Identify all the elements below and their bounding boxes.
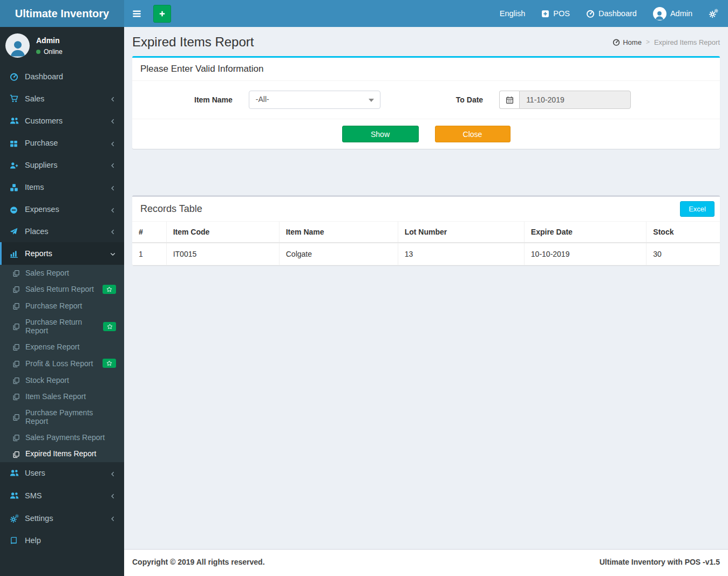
copy-icon [12, 392, 25, 401]
sidebar-user-panel: Admin Online [0, 27, 124, 65]
submenu-item-expense-report: Expense Report [0, 339, 124, 355]
sidebar-item-users: Users [0, 462, 124, 485]
records-box: Records Table Excel # Item Code Item Nam… [132, 195, 720, 265]
cell-item-name: Colgate [279, 243, 398, 265]
sidebar-toggle-button[interactable] [124, 0, 149, 27]
submenu-item-item-sales-report: Item Sales Report [0, 388, 124, 404]
sidebar-menu-bottom: Users SMS Settings Help [0, 462, 124, 552]
chevron-left-icon [110, 205, 116, 214]
users-icon [10, 491, 25, 500]
copy-icon [12, 449, 25, 458]
submenu-item-profit-loss-report: Profit & Loss Report [0, 355, 124, 372]
submenu-item-stock-report: Stock Report [0, 372, 124, 388]
cell-stock: 30 [647, 243, 720, 265]
breadcrumb: Home > Expired Items Report [613, 38, 720, 46]
main-footer: Copyright © 2019 All rights reserved. Ul… [124, 549, 728, 576]
sidebar-item-places: Places [0, 221, 124, 243]
sidebar-item-dashboard: Dashboard [0, 65, 124, 87]
dashboard-icon [586, 9, 595, 18]
sidebar-item-sms: SMS [0, 484, 124, 507]
language-label: English [500, 9, 526, 18]
users-icon [10, 469, 25, 478]
col-item-name[interactable]: Item Name [279, 222, 398, 243]
user-avatar [653, 7, 666, 20]
sidebar-user-name: Admin [36, 36, 63, 45]
users-icon [10, 116, 25, 126]
dashboard-label: Dashboard [598, 9, 637, 18]
dashboard-link[interactable]: Dashboard [578, 0, 645, 27]
submenu-item-expired-items-report: Expired Items Report [0, 445, 124, 462]
cart-icon [10, 94, 25, 103]
sidebar-menu: Dashboard Sales Customers Purchase Suppl… [0, 65, 124, 265]
pos-link[interactable]: POS [533, 0, 578, 27]
footer-copyright: Copyright © 2019 All rights reserved. [132, 558, 265, 568]
paper-plane-icon [10, 227, 25, 236]
col-index[interactable]: # [132, 222, 166, 243]
close-button[interactable]: Close [435, 126, 511, 142]
filter-box: Please Enter Valid Information Item Name… [132, 56, 720, 149]
records-table: # Item Code Item Name Lot Number Expire … [132, 222, 720, 265]
brand-logo[interactable]: Ultimate Inventory [0, 0, 124, 27]
item-name-select[interactable]: -All- [249, 91, 380, 109]
col-lot-number[interactable]: Lot Number [398, 222, 524, 243]
plus-square-icon [541, 10, 549, 18]
col-expire-date[interactable]: Expire Date [524, 222, 647, 243]
chevron-left-icon [110, 94, 116, 103]
records-box-title: Records Table [140, 203, 202, 215]
bar-chart-icon [10, 249, 25, 258]
col-item-code[interactable]: Item Code [166, 222, 279, 243]
breadcrumb-current: Expired Items Report [654, 38, 720, 46]
table-row: 1 IT0015 Colgate 13 10-10-2019 30 [132, 243, 720, 265]
person-icon [8, 38, 28, 58]
copy-icon [12, 322, 25, 331]
submenu-item-purchase-payments-report: Purchase Payments Report [0, 404, 124, 429]
sidebar: Admin Online Dashboard Sales Customers P… [0, 27, 124, 576]
star-badge [103, 359, 116, 368]
copy-icon [12, 301, 25, 310]
calendar-icon [506, 96, 514, 104]
chevron-left-icon [110, 514, 116, 523]
excel-export-button[interactable]: Excel [680, 201, 715, 217]
copy-icon [12, 413, 25, 421]
copy-icon [12, 342, 25, 351]
pos-label: POS [553, 9, 570, 18]
calendar-addon[interactable] [499, 91, 519, 109]
breadcrumb-home[interactable]: Home [613, 38, 642, 46]
language-menu[interactable]: English [492, 0, 534, 27]
sidebar-item-reports: Reports [0, 242, 124, 264]
content-body: Please Enter Valid Information Item Name… [124, 56, 728, 273]
sidebar-user-status[interactable]: Online [36, 48, 63, 56]
show-button[interactable]: Show [342, 126, 419, 142]
cogs-icon [10, 513, 25, 523]
chevron-down-icon [110, 249, 116, 258]
chevron-left-icon [110, 227, 116, 236]
sidebar-item-help: Help [0, 530, 124, 552]
chevron-left-icon [110, 139, 116, 147]
sidebar-item-suppliers: Suppliers [0, 154, 124, 176]
reports-submenu: Sales Report Sales Return Report Purchas… [0, 265, 124, 462]
copy-icon [12, 285, 25, 293]
breadcrumb-separator: > [646, 38, 650, 46]
sidebar-avatar [5, 33, 30, 58]
records-box-header: Records Table Excel [132, 197, 720, 222]
sidebar-item-customers: Customers [0, 109, 124, 132]
person-icon [654, 10, 665, 20]
quick-add-button[interactable] [153, 5, 171, 23]
submenu-item-sales-payments-report: Sales Payments Report [0, 429, 124, 445]
cubes-icon [10, 183, 25, 192]
chevron-left-icon [110, 183, 116, 191]
home-dashboard-icon [613, 38, 620, 46]
col-stock[interactable]: Stock [647, 222, 720, 243]
cell-index: 1 [132, 243, 166, 265]
star-badge [103, 285, 116, 294]
user-menu[interactable]: Admin [645, 0, 700, 27]
sidebar-item-sales: Sales [0, 87, 124, 109]
minus-circle-icon [10, 205, 25, 214]
tachometer-icon [10, 72, 25, 81]
to-date-group [499, 91, 631, 109]
to-date-label: To Date [456, 95, 483, 104]
book-icon [10, 536, 25, 545]
settings-menu[interactable] [700, 0, 728, 27]
hamburger-icon [132, 9, 142, 19]
to-date-input[interactable] [519, 91, 631, 109]
